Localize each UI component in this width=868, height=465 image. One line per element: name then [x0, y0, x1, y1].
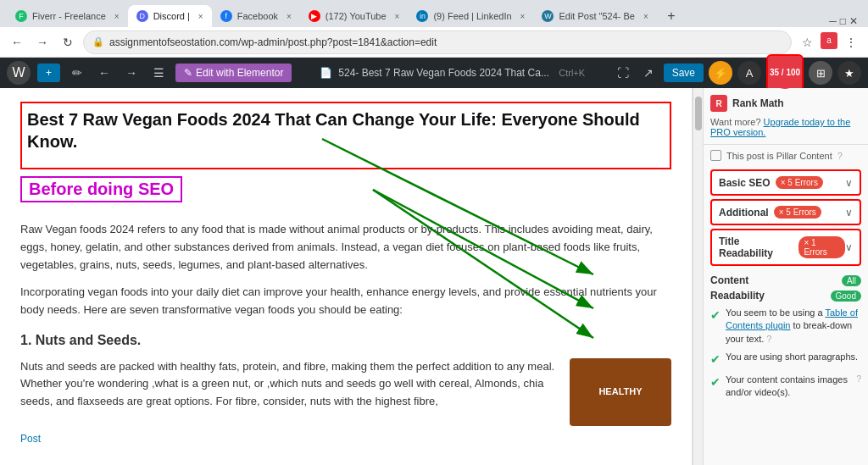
- article-area: Best 7 Raw Vegan Foods 2024 That Can Cha…: [0, 88, 693, 465]
- settings-icon[interactable]: ⋮: [841, 32, 861, 53]
- save-button[interactable]: Save: [664, 64, 704, 82]
- sidebar-toggle-icon[interactable]: ⊞: [809, 61, 832, 85]
- forward-button[interactable]: →: [32, 32, 53, 53]
- tab-youtube-close[interactable]: ×: [395, 12, 400, 21]
- lightning-icon[interactable]: ⚡: [709, 61, 732, 85]
- before-seo-label: Before doing SEO: [20, 176, 182, 202]
- back-button[interactable]: ←: [7, 32, 27, 53]
- pillar-content-checkbox[interactable]: [710, 150, 721, 161]
- seo-score-badge[interactable]: 35 / 100: [769, 57, 801, 89]
- content-header: Content All: [710, 274, 861, 286]
- bookmark-star-icon[interactable]: ★: [837, 61, 861, 85]
- main-area: Best 7 Raw Vegan Foods 2024 That Can Cha…: [0, 88, 868, 465]
- check-icon-2: ✔: [710, 352, 721, 368]
- preview-icon[interactable]: ↗: [638, 63, 659, 83]
- close-button[interactable]: ✕: [849, 15, 858, 27]
- article-body: Raw Vegan foods 2024 refers to any food …: [20, 221, 671, 426]
- tab-discord-close[interactable]: ×: [198, 12, 203, 21]
- minimize-button[interactable]: ─: [829, 15, 837, 27]
- refresh-button[interactable]: ↻: [58, 32, 78, 53]
- youtube-favicon: ▶: [309, 10, 320, 22]
- tab-youtube[interactable]: ▶ (172) YouTube ×: [300, 5, 409, 27]
- post-favicon: 📄: [320, 67, 332, 79]
- basic-seo-errors: × 5 Errors: [776, 176, 823, 189]
- content-section: Content All Readability Good ✔ You seem …: [704, 269, 868, 410]
- title-readability-errors: × 1 Errors: [798, 236, 845, 258]
- readability-check-3: ✔ Your content contains images and/or vi…: [710, 374, 861, 400]
- rank-math-header: R Rank Math: [710, 95, 861, 112]
- basic-seo-chevron: ∨: [845, 177, 853, 189]
- fiverr-favicon: F: [15, 10, 27, 22]
- nuts-image-label: HEALTHY: [598, 385, 642, 400]
- list-icon[interactable]: ☰: [148, 63, 169, 83]
- post-title-display: 📄 524- Best 7 Raw Vegan Foods 2024 That …: [298, 67, 605, 79]
- check-icon-1: ✔: [710, 307, 721, 324]
- paragraph-1: Raw Vegan foods 2024 refers to any food …: [20, 221, 671, 274]
- title-readability-section: Title Readability × 1 Errors ∨: [710, 229, 861, 266]
- tab-facebook[interactable]: f Facebook ×: [212, 5, 300, 27]
- elementor-label: Edit with Elementor: [196, 67, 283, 79]
- tab-discord[interactable]: D Discord | ×: [128, 5, 212, 27]
- pillar-content-label: This post is Pillar Content: [726, 151, 832, 161]
- toc-plugin-link[interactable]: Table of Contents plugin: [726, 307, 858, 330]
- seo-icon-btn[interactable]: A: [737, 61, 761, 85]
- title-readability-chevron: ∨: [845, 241, 853, 253]
- additional-section: Additional × 5 Errors ∨: [710, 199, 861, 225]
- undo-button[interactable]: ←: [94, 63, 114, 83]
- tab-wp-edit[interactable]: W Edit Post "524- Be ×: [533, 5, 656, 27]
- rank-math-logo: R: [710, 95, 727, 112]
- tab-linkedin[interactable]: in (9) Feed | LinkedIn ×: [408, 5, 533, 27]
- edit-icon[interactable]: ✏: [67, 63, 87, 83]
- additional-header[interactable]: Additional × 5 Errors ∨: [712, 201, 860, 224]
- tab-facebook-close[interactable]: ×: [287, 12, 292, 21]
- tab-linkedin-label: (9) Feed | LinkedIn: [433, 11, 511, 21]
- tab-wp-close[interactable]: ×: [643, 12, 648, 21]
- restore-button[interactable]: □: [840, 15, 846, 27]
- pillar-content-help: ?: [837, 151, 843, 161]
- elementor-icon: ✎: [184, 67, 192, 79]
- post-title-text: 524- Best 7 Raw Vegan Foods 2024 That Ca…: [338, 67, 549, 79]
- edit-with-elementor-button[interactable]: ✎ Edit with Elementor: [175, 64, 292, 82]
- post-link[interactable]: Post: [20, 433, 671, 445]
- tab-linkedin-close[interactable]: ×: [520, 12, 526, 21]
- add-new-button[interactable]: +: [37, 64, 60, 82]
- tab-fiverr-label: Fiverr - Freelance: [32, 11, 106, 21]
- basic-seo-header[interactable]: Basic SEO × 5 Errors ∨: [712, 171, 860, 194]
- shortcut-label: Ctrl+K: [559, 68, 585, 78]
- content-title: Content: [710, 274, 748, 286]
- article-title: Best 7 Raw Vegan Foods 2024 That Can Cha…: [27, 108, 665, 152]
- tab-youtube-label: (172) YouTube: [326, 11, 387, 21]
- scroll-thumb[interactable]: [695, 97, 702, 130]
- basic-seo-section: Basic SEO × 5 Errors ∨: [710, 169, 861, 196]
- wp-logo[interactable]: W: [7, 61, 31, 85]
- extension-icon[interactable]: a: [821, 32, 837, 49]
- all-badge: All: [842, 275, 861, 286]
- readability-check-2-text: You are using short paragraphs.: [726, 351, 858, 363]
- readability-check-1: ✔ You seem to be using a Table of Conten…: [710, 307, 861, 346]
- redo-button[interactable]: →: [121, 63, 142, 83]
- tab-bar: F Fiverr - Freelance × D Discord | × f F…: [0, 0, 868, 27]
- tab-fiverr[interactable]: F Fiverr - Freelance ×: [7, 5, 128, 27]
- title-readability-header[interactable]: Title Readability × 1 Errors ∨: [712, 230, 860, 264]
- scrollbar[interactable]: [693, 88, 703, 465]
- nuts-image: HEALTHY: [570, 358, 671, 426]
- tab-discord-label: Discord |: [153, 11, 190, 21]
- tab-facebook-label: Facebook: [237, 11, 278, 21]
- basic-seo-title: Basic SEO: [719, 177, 771, 189]
- lock-icon: 🔒: [92, 36, 104, 47]
- right-sidebar: R Rank Math Want more? Upgrade today to …: [703, 88, 868, 465]
- readability-check-2: ✔ You are using short paragraphs.: [710, 351, 861, 368]
- address-bar[interactable]: 🔒 assignmentofseostation.com/wp-admin/po…: [83, 30, 792, 54]
- plus-icon: +: [46, 67, 52, 79]
- bookmark-icon[interactable]: ☆: [797, 32, 817, 53]
- new-tab-button[interactable]: +: [660, 5, 682, 27]
- fullscreen-icon[interactable]: ⛶: [613, 63, 633, 83]
- help-icon-1: ?: [766, 334, 771, 344]
- facebook-favicon: f: [220, 10, 232, 22]
- section1-heading: 1. Nuts and Seeds.: [20, 329, 671, 352]
- linkedin-favicon: in: [416, 10, 428, 22]
- tab-fiverr-close[interactable]: ×: [114, 12, 120, 21]
- readability-check-1-text: You seem to be using a Table of Contents…: [726, 307, 861, 346]
- tab-wp-label: Edit Post "524- Be: [559, 11, 635, 21]
- readability-label: Readability: [710, 290, 765, 302]
